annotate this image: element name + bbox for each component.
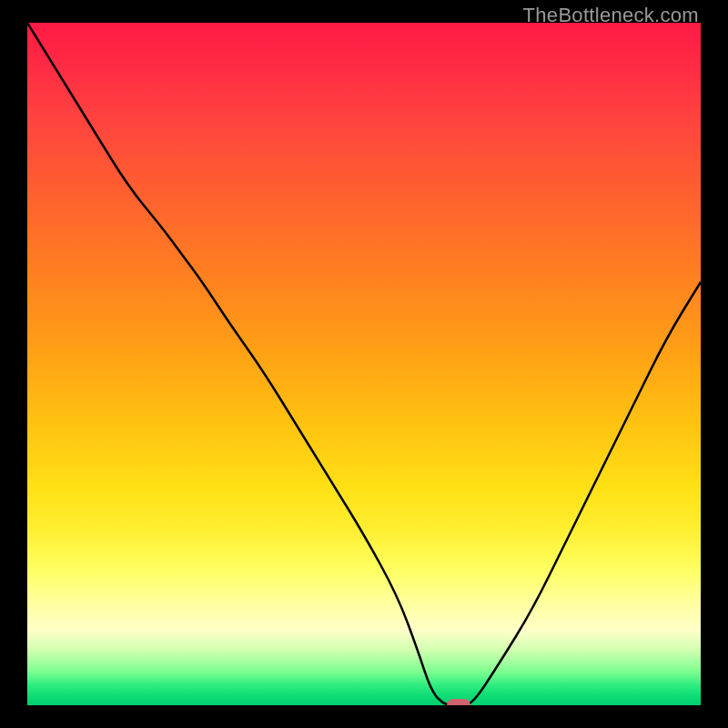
chart-container: TheBottleneck.com [0,0,728,728]
optimal-point-marker [447,699,470,705]
bottleneck-curve [27,23,701,705]
plot-area [27,23,701,705]
